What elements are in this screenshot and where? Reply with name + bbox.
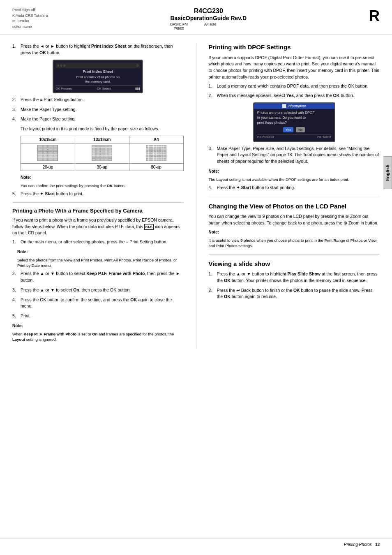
- camera-note-2-label: Note:: [12, 323, 184, 329]
- step-2: 2. Press the ≡ Print Settings button.: [12, 97, 184, 103]
- grid-20-visual: [37, 145, 58, 161]
- step-1-num: 1.: [12, 43, 18, 56]
- step-5: 5. Press the ✦ Start button to print.: [12, 191, 184, 197]
- doc-subtitle: BasicOperationGuide Rev.D: [170, 15, 247, 21]
- proof-names: K.Yoda CRE TakehiraM. Otsukaeditor name: [12, 14, 48, 29]
- lcd-print-index-screen: ○ ○ ○ ○ Print Index Sheet Print an index…: [53, 60, 143, 93]
- dpof-intro: If your camera supports DPOF (Digital Pr…: [209, 55, 380, 81]
- header-revision: R: [369, 7, 380, 30]
- camera-step-4-content: Press the OK button to confirm the setti…: [21, 297, 184, 310]
- camera-step-2-num: 2.: [12, 271, 18, 284]
- step-2-content: Press the ≡ Print Settings button.: [21, 97, 184, 103]
- grid-30-visual: [92, 145, 112, 161]
- step-5-num: 5.: [12, 191, 18, 197]
- col-13x18: 13x18cm: [75, 136, 129, 143]
- grid-20up: [21, 143, 75, 163]
- header: Proof Sign-off: K.Yoda CRE TakehiraM. Ot…: [0, 0, 392, 35]
- camera-step-1-content: On the main menu, or after selecting pho…: [21, 239, 184, 245]
- grid-30up: [75, 143, 129, 163]
- lcd-index-body: Print an index of all photos onthe memor…: [55, 75, 140, 84]
- note-label-1: Note:: [21, 174, 184, 180]
- dpof-step-4: 4. Press the ✦ Start button to start pri…: [209, 185, 380, 191]
- doc-title: R4CG230: [170, 7, 247, 15]
- lcd-yes-btn: Yes: [283, 127, 293, 132]
- footer-page: 13: [375, 542, 380, 547]
- step-4-num: 4.: [12, 116, 18, 123]
- doc-info-left: BASIC.FM 7/8/05: [170, 22, 188, 30]
- camera-step-5: 5. Print.: [12, 313, 184, 319]
- column-divider: [196, 43, 196, 348]
- camera-step-1-num: 1.: [12, 239, 18, 245]
- slideshow-step-1: 1. Press the ▲ or ▼ button to highlight …: [209, 271, 380, 284]
- label-30up: 30-up: [75, 163, 129, 171]
- dpof-step-4-content: Press the ✦ Start button to start printi…: [217, 185, 380, 191]
- slideshow-step-1-num: 1.: [209, 271, 214, 284]
- dpof-note-label: Note:: [209, 168, 380, 174]
- lcd-panel-note-text: It is useful to view 9 photos when you c…: [209, 238, 380, 249]
- note-text-1: You can confirm the print settings by pr…: [21, 183, 184, 188]
- footer-text: Printing Photos: [344, 542, 372, 547]
- grid-80-visual: [146, 145, 166, 161]
- lcd-panel-note-label: Note:: [209, 229, 380, 235]
- dpof-step-1: 1. Load a memory card which contains DPO…: [209, 83, 380, 90]
- camera-step-5-num: 5.: [12, 313, 18, 319]
- dpof-title: Printing with DPOF Settings: [209, 43, 380, 51]
- step-1: 1. Press the ◄ or ► button to highlight …: [12, 43, 184, 56]
- lcd-panel-note: Note: It is useful to view 9 photos when…: [209, 229, 380, 249]
- section-divider-3: [209, 254, 380, 255]
- dpof-step-2-content: When this message appears, select Yes, a…: [217, 92, 380, 99]
- dpof-step-3: 3. Make Paper Type, Paper Size, and Layo…: [209, 146, 380, 165]
- camera-note-1: Note: Select the photos from the View an…: [17, 249, 184, 268]
- camera-step-4-num: 4.: [12, 297, 18, 310]
- layout-note: The layout printed in this print mode is…: [21, 126, 184, 132]
- lcd-index-footer: OK Proceed OK Select ▮▮▮: [55, 86, 140, 90]
- dpof-step-1-content: Load a memory card which contains DPOF d…: [217, 83, 380, 90]
- page: Proof Sign-off: K.Yoda CRE TakehiraM. Ot…: [0, 0, 392, 555]
- camera-frame-intro: If you want to print a photo with a fram…: [12, 217, 184, 236]
- camera-step-3: 3. Press the ▲ or ▼ to select On, then p…: [12, 287, 184, 294]
- doc-info-row: BASIC.FM 7/8/05 A4 size: [170, 22, 247, 30]
- main-content: 1. Press the ◄ or ► button to highlight …: [0, 35, 392, 356]
- section-divider-2: [209, 197, 380, 197]
- col-10x15: 10x15cm: [21, 136, 75, 143]
- dpof-step-4-num: 4.: [209, 185, 214, 191]
- dpof-step-2-num: 2.: [209, 92, 214, 99]
- lcd-proceed-label: OK Proceed: [257, 135, 274, 139]
- doc-info-right: A4 size: [204, 22, 217, 30]
- lcd-select-label: OK Select: [317, 135, 331, 139]
- label-20up: 20-up: [21, 163, 75, 171]
- step-3-num: 3.: [12, 106, 18, 113]
- slideshow-title: Viewing a slide show: [209, 260, 380, 268]
- slideshow-section: Viewing a slide show 1. Press the ▲ or ▼…: [209, 260, 380, 301]
- section-divider-1: [12, 202, 184, 203]
- lcd-panel-section: Changing the View of Photos on the LCD P…: [209, 202, 380, 249]
- header-proof: Proof Sign-off: K.Yoda CRE TakehiraM. Ot…: [12, 7, 48, 30]
- dpof-note: Note: The Layout setting is not availabl…: [209, 168, 380, 182]
- lcd-no-btn: No: [296, 127, 305, 132]
- lcd-index-title: Print Index Sheet: [55, 69, 140, 74]
- lcd-info-title: ⬜ Information: [254, 103, 334, 109]
- step-4: 4. Make the Paper Size setting.: [12, 116, 184, 123]
- pif-icon: P.I.F.: [144, 224, 154, 230]
- lcd-panel-text: You can change the view to 9 photos on t…: [209, 213, 380, 227]
- camera-step-1: 1. On the main menu, or after selecting …: [12, 239, 184, 245]
- camera-note-2: Note: When Keep P.I.F. Frame with Photo …: [12, 323, 184, 342]
- dpof-step-1-num: 1.: [209, 83, 214, 90]
- dpof-note-text: The Layout setting is not available when…: [209, 177, 380, 182]
- camera-step-5-content: Print.: [21, 313, 184, 319]
- col-a4: A4: [129, 136, 183, 143]
- lcd-panel-title: Changing the View of Photos on the LCD P…: [209, 202, 380, 210]
- slideshow-step-2-content: Press the ↩ Back button to finish or the…: [217, 287, 380, 301]
- right-column: Printing with DPOF Settings If your came…: [209, 43, 380, 348]
- lcd-index-header: ○ ○ ○ ○: [55, 62, 140, 68]
- lcd-dpof-screen: ⬜ Information Photos were pre-selected w…: [253, 102, 335, 142]
- label-80up: 80-up: [129, 163, 183, 171]
- header-doc-info: R4CG230 BasicOperationGuide Rev.D BASIC.…: [170, 7, 247, 30]
- dpof-step-3-num: 3.: [209, 146, 214, 165]
- step-5-content: Press the ✦ Start button to print.: [21, 191, 184, 197]
- lcd-info-footer: OK Proceed OK Select: [257, 134, 331, 139]
- step-4-content: Make the Paper Size setting.: [21, 116, 184, 123]
- paper-size-table-container: 10x15cm 13x18cm A4: [21, 136, 184, 171]
- camera-frame-title: Printing a Photo With a Frame Specified …: [12, 208, 184, 215]
- step-3: 3. Make the Paper Type setting.: [12, 106, 184, 113]
